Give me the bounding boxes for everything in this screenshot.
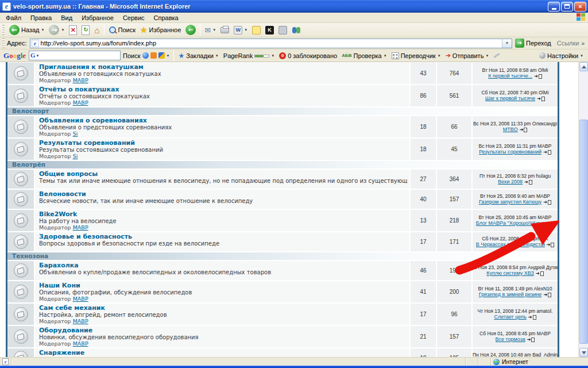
- lastpost-link[interactable]: Все тормоза: [496, 336, 525, 343]
- send-caret[interactable]: ▼: [485, 54, 489, 57]
- lastpost-link[interactable]: MTBO: [503, 126, 518, 133]
- edit-dropdown-icon[interactable]: ▼: [244, 28, 247, 32]
- toolbar-grip[interactable]: [2, 25, 5, 35]
- goto-lastpost-icon[interactable]: ➔: [524, 180, 528, 185]
- goto-lastpost-icon[interactable]: ➔: [537, 97, 541, 101]
- forum-link[interactable]: Здоровье и безопасность: [39, 233, 407, 240]
- edit-button[interactable]: W ▼: [231, 24, 250, 36]
- spellcheck-caret[interactable]: ▼: [384, 54, 387, 57]
- menu-help[interactable]: Справка: [149, 14, 183, 21]
- k-addon-button[interactable]: K: [263, 24, 276, 36]
- moderator-link[interactable]: Si: [73, 153, 78, 159]
- goto-lastpost-icon[interactable]: ➔: [534, 74, 538, 79]
- links-toolbar-label[interactable]: Ссылки: [557, 40, 579, 47]
- scroll-up-button[interactable]: [579, 62, 588, 71]
- pagerank-widget[interactable]: PageRank ▼: [221, 52, 277, 59]
- forum-link[interactable]: Барахолка: [39, 262, 407, 269]
- lastpost-link[interactable]: Газпром запустил Катюшу: [479, 199, 541, 205]
- moderator-link[interactable]: Si: [73, 131, 78, 137]
- forum-link[interactable]: Наши Кони: [39, 282, 407, 289]
- forum-link[interactable]: Приглашения к покатушкам: [39, 63, 407, 71]
- google-search-input[interactable]: [40, 52, 121, 59]
- history-button[interactable]: ←: [183, 24, 198, 36]
- lastpost-link[interactable]: Блог MABPa "Хорошо!!!&quo...: [476, 220, 545, 227]
- scroll-down-button[interactable]: [579, 348, 588, 357]
- popup-blocker-button[interactable]: 0 0 заблокировано: [277, 52, 339, 59]
- menu-tools[interactable]: Сервис: [118, 14, 149, 21]
- lastpost-link[interactable]: Результаты соревнований: [479, 149, 541, 155]
- bookmarks-caret[interactable]: ▼: [215, 54, 219, 57]
- google-settings-button[interactable]: Настройки ▼: [537, 52, 586, 59]
- scrollbar-thumb[interactable]: [579, 120, 588, 344]
- address-input[interactable]: [41, 40, 502, 47]
- forum-link[interactable]: Результаты соревнований: [39, 139, 407, 147]
- moderator-link[interactable]: MABP: [73, 99, 88, 106]
- search-button[interactable]: Поиск: [106, 24, 138, 36]
- restore-button[interactable]: [561, 2, 573, 12]
- settings-caret[interactable]: ▼: [580, 54, 583, 57]
- translate-button[interactable]: ая7б Переводчик ▼: [389, 52, 443, 59]
- moderator-link[interactable]: MABP: [73, 340, 88, 347]
- messenger-button[interactable]: [289, 24, 303, 36]
- menu-view[interactable]: Вид: [56, 14, 77, 21]
- mail-button[interactable]: ✉ ▼: [202, 24, 218, 36]
- moderator-link[interactable]: MABP: [73, 77, 88, 83]
- forum-link[interactable]: Велоновости: [39, 190, 407, 198]
- forum-link[interactable]: Объявления о соревнованиях: [39, 117, 407, 124]
- forum-link[interactable]: Оборудование: [39, 327, 407, 334]
- lastpost-link[interactable]: Шаг к первой тысяче: [485, 95, 535, 102]
- menu-file[interactable]: Файл: [1, 14, 26, 21]
- favorites-button[interactable]: ★ Избранное: [138, 24, 183, 36]
- goto-lastpost-icon[interactable]: ➔: [547, 221, 551, 226]
- google-earth-icon[interactable]: [142, 52, 149, 59]
- forum-link[interactable]: Bike2Work: [39, 210, 407, 218]
- menu-favorites[interactable]: Избранное: [77, 14, 118, 21]
- addressbar-grip[interactable]: [2, 38, 5, 48]
- send-button[interactable]: ➔ Отправить ▼: [443, 52, 492, 59]
- goto-lastpost-icon[interactable]: ➔: [520, 128, 524, 132]
- lastpost-link[interactable]: Вехи 2008: [498, 179, 523, 185]
- forward-dropdown-icon[interactable]: ▼: [61, 28, 64, 32]
- back-button[interactable]: ← Назад ▼: [7, 24, 47, 36]
- spellcheck-button[interactable]: АБВ Проверка ▼: [339, 52, 389, 59]
- goto-lastpost-icon[interactable]: ➔: [536, 271, 540, 276]
- forum-link[interactable]: Снаряжение: [39, 349, 407, 356]
- minimize-button[interactable]: [548, 2, 560, 12]
- google-search-button[interactable]: Поиск ▼: [121, 52, 172, 59]
- refresh-button[interactable]: ↻: [79, 24, 92, 36]
- forward-button[interactable]: → ▼: [47, 24, 67, 36]
- address-dropdown-icon[interactable]: ▼: [502, 39, 512, 48]
- menu-edit[interactable]: Правка: [26, 14, 56, 21]
- google-addon2-icon[interactable]: [158, 52, 165, 59]
- lastpost-link[interactable]: Грязепед в зимней резине: [479, 292, 542, 298]
- moderator-link[interactable]: MABP: [73, 318, 88, 324]
- pagerank-caret[interactable]: ▼: [271, 54, 274, 57]
- go-button[interactable]: ➔ Переход: [515, 39, 551, 48]
- google-search-caret[interactable]: ▼: [167, 54, 170, 57]
- forum-link[interactable]: Сам себе механик: [39, 304, 407, 312]
- forum-link[interactable]: Общие вопросы: [39, 170, 407, 178]
- goto-lastpost-icon[interactable]: ➔: [547, 243, 551, 247]
- lastpost-link[interactable]: Слетает цепь: [494, 314, 526, 320]
- vertical-scrollbar[interactable]: [578, 62, 588, 357]
- forum-link[interactable]: Отчёты о покатушках: [39, 86, 407, 93]
- close-button[interactable]: ×: [574, 2, 586, 12]
- moderator-link[interactable]: MABP: [73, 224, 88, 231]
- home-button[interactable]: ⌂: [92, 24, 102, 36]
- highlight-button[interactable]: [491, 55, 502, 56]
- lastpost-link[interactable]: В Черкассах велосипедистам выд...: [476, 241, 545, 248]
- goto-lastpost-icon[interactable]: ➔: [528, 315, 532, 320]
- stop-button[interactable]: ✕: [67, 24, 79, 36]
- goto-lastpost-icon[interactable]: ➔: [543, 150, 547, 155]
- translate-caret[interactable]: ▼: [438, 54, 441, 57]
- links-chevron-icon[interactable]: »: [581, 40, 585, 47]
- goto-lastpost-icon[interactable]: ➔: [527, 338, 531, 342]
- goto-lastpost-icon[interactable]: ➔: [543, 200, 547, 205]
- google-addon-icon[interactable]: [150, 52, 157, 59]
- mail-dropdown-icon[interactable]: ▼: [212, 28, 216, 32]
- notes-addon-button[interactable]: [250, 24, 263, 36]
- lastpost-link[interactable]: Куплю систему ХВЗ: [486, 270, 534, 277]
- lastpost-link[interactable]: К первой тысяче...: [488, 73, 532, 79]
- print-button[interactable]: [218, 24, 231, 36]
- goto-lastpost-icon[interactable]: ➔: [543, 293, 547, 297]
